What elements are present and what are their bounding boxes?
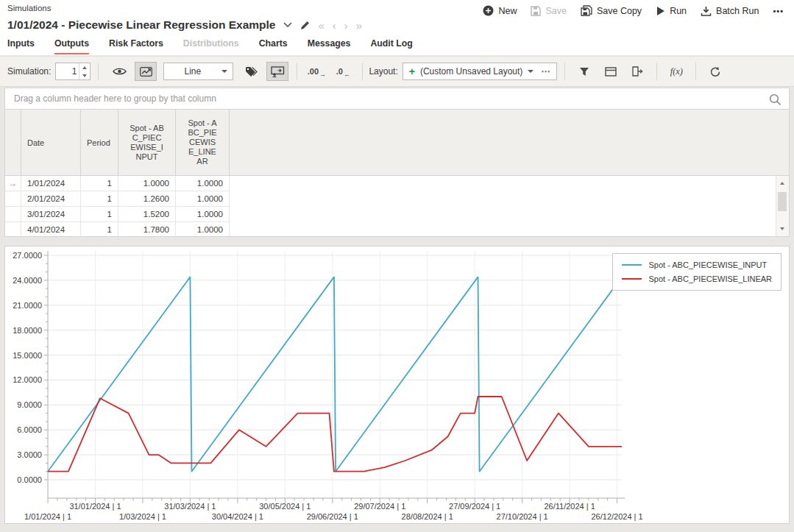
refresh-button[interactable] (704, 62, 726, 81)
table-row[interactable]: 3/01/202411.52001.0000 (5, 207, 230, 222)
chart-export-button[interactable] (266, 62, 288, 81)
preview-button[interactable] (108, 62, 130, 81)
chart-toggle-button[interactable] (135, 62, 157, 81)
title-chevron-down-icon[interactable] (283, 22, 292, 28)
cell-spot-abc-piecewise-input[interactable]: 1.7800 (118, 222, 176, 237)
table-row[interactable]: 4/01/202411.78001.0000 (5, 222, 230, 237)
header: Simulations New Save Save Copy (0, 0, 794, 55)
filter-button[interactable] (573, 62, 595, 81)
layout-options-button[interactable]: ⋯ (541, 66, 550, 77)
formula-button[interactable]: f(x) (665, 62, 687, 81)
arrow-right-icon: → (319, 71, 326, 78)
column-header-date[interactable]: Date (21, 110, 81, 175)
save-button[interactable]: Save (531, 6, 567, 16)
column-header-spot-abc-piecewise-linear[interactable]: Spot - ABC_PIECEWISE_LINEAR (176, 110, 230, 175)
cell-period[interactable]: 1 (81, 176, 118, 191)
cell-spot-abc-piecewise-linear[interactable]: 1.0000 (176, 207, 230, 221)
legend-item: Spot - ABC_PIECEWISE_INPUT (622, 260, 772, 269)
chart-legend: Spot - ABC_PIECEWISE_INPUTSpot - ABC_PIE… (612, 253, 781, 291)
scroll-down-button[interactable] (776, 223, 788, 235)
scroll-up-button[interactable] (776, 177, 788, 189)
top-actions: New Save Save Copy Run (483, 5, 784, 16)
cell-period[interactable]: 1 (81, 222, 118, 237)
tab-audit-log[interactable]: Audit Log (370, 38, 412, 54)
results-table: DatePeriodSpot - ABC_PIECEWISE_INPUTSpot… (4, 110, 790, 237)
decrease-decimals-button[interactable]: .0 ← (332, 62, 354, 81)
cell-spot-abc-piecewise-linear[interactable]: 1.0000 (176, 176, 230, 191)
new-button-label: New (498, 6, 517, 16)
new-button[interactable]: New (483, 5, 517, 16)
batch-run-button[interactable]: Batch Run (701, 6, 759, 16)
save-copy-button[interactable]: Save Copy (581, 5, 642, 16)
current-row-marker: → (5, 176, 21, 191)
x-tick-label: 26/11/2024 | 1 (544, 502, 595, 511)
tab-messages[interactable]: Messages (308, 38, 351, 54)
spin-down-button[interactable] (79, 71, 90, 79)
chart-type-value: Line (169, 66, 216, 77)
y-tick-label: 18.0000 (13, 326, 42, 335)
cell-period[interactable]: 1 (81, 207, 118, 221)
refresh-icon (709, 66, 721, 77)
table-scrollbar[interactable] (776, 176, 789, 236)
toolbar-separator (695, 63, 696, 80)
more-button[interactable]: ••• (773, 7, 784, 15)
y-tick-label: 12.0000 (13, 375, 42, 384)
scroll-thumb[interactable] (778, 192, 787, 211)
plus-circle-icon (483, 5, 494, 16)
spin-up-button[interactable] (79, 63, 90, 71)
tab-outputs[interactable]: Outputs (54, 38, 89, 54)
cell-date[interactable]: 1/01/2024 (21, 176, 81, 191)
chart-type-select[interactable]: Line (163, 63, 233, 80)
layout-select[interactable]: + (Custom Unsaved Layout) ⋯ (403, 63, 558, 80)
nav-last-button[interactable]: » (356, 20, 362, 31)
chart-panel: 0.00003.00006.00009.000012.000015.000018… (4, 246, 790, 524)
presentation-icon (271, 66, 285, 77)
nav-prev-button[interactable]: ‹ (333, 20, 336, 31)
x-tick-label: 28/08/2024 | 1 (402, 512, 453, 521)
cell-spot-abc-piecewise-input[interactable]: 1.2600 (118, 191, 176, 206)
simulation-input[interactable] (56, 63, 79, 79)
group-by-bar[interactable]: Drag a column header here to group by th… (4, 88, 790, 110)
calendar-icon (605, 67, 617, 77)
save-copy-button-label: Save Copy (597, 6, 642, 16)
export-button[interactable] (626, 62, 648, 81)
filter-funnel-icon (579, 67, 589, 77)
column-header-spot-abc-piecewise-input[interactable]: Spot - ABC_PIECEWISE_INPUT (118, 110, 176, 175)
column-header-period[interactable]: Period (81, 110, 118, 175)
cell-date[interactable]: 2/01/2024 (21, 191, 81, 206)
run-button[interactable]: Run (656, 6, 687, 16)
play-icon (656, 6, 665, 16)
tab-charts[interactable]: Charts (259, 38, 288, 54)
cell-spot-abc-piecewise-input[interactable]: 1.0000 (118, 176, 176, 191)
table-row[interactable]: →1/01/202411.00001.0000 (5, 176, 230, 191)
cell-period[interactable]: 1 (81, 191, 118, 206)
fx-icon: f(x) (670, 66, 683, 77)
increase-decimals-button[interactable]: .00 → (305, 62, 327, 81)
legend-label: Spot - ABC_PIECEWISE_LINEAR (648, 274, 772, 283)
table-row[interactable]: 2/01/202411.26001.0000 (5, 191, 230, 207)
add-layout-icon[interactable]: + (409, 66, 415, 77)
cell-spot-abc-piecewise-linear[interactable]: 1.0000 (176, 222, 230, 237)
increase-decimals-label: .00 (308, 67, 319, 76)
simulation-label: Simulation: (7, 66, 51, 77)
table-body: →1/01/202411.00001.00002/01/202411.26001… (5, 176, 789, 237)
cell-date[interactable]: 4/01/2024 (21, 222, 81, 237)
cell-spot-abc-piecewise-input[interactable]: 1.5200 (118, 207, 176, 221)
current-row-marker (5, 207, 21, 221)
line-chart-icon (140, 67, 152, 77)
y-tick-label: 27.0000 (13, 251, 42, 260)
edit-title-pencil-icon[interactable] (300, 21, 310, 30)
date-window-button[interactable] (600, 62, 622, 81)
run-button-label: Run (670, 6, 687, 16)
legend-item: Spot - ABC_PIECEWISE_LINEAR (622, 274, 772, 283)
cell-date[interactable]: 3/01/2024 (21, 207, 81, 221)
simulation-stepper[interactable] (55, 63, 91, 80)
tab-inputs[interactable]: Inputs (7, 38, 35, 54)
cell-spot-abc-piecewise-linear[interactable]: 1.0000 (176, 191, 230, 206)
nav-first-button[interactable]: « (318, 20, 324, 31)
tags-button[interactable] (240, 62, 262, 81)
x-tick-label: 29/06/2024 | 1 (307, 512, 358, 521)
x-tick-label: 30/05/2024 | 1 (259, 502, 311, 511)
tab-risk-factors[interactable]: Risk Factors (109, 38, 163, 54)
nav-next-button[interactable]: › (344, 20, 348, 31)
